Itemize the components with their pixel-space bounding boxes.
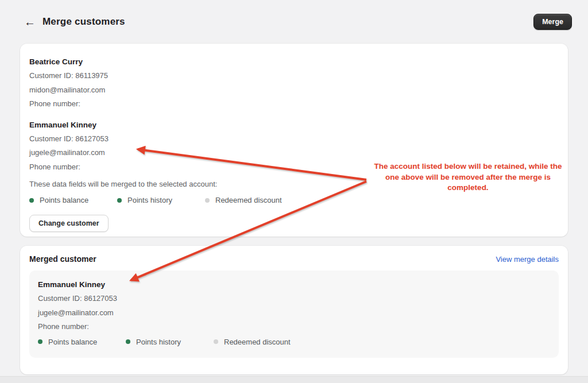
source-customers-card: Beatrice Curry Customer ID: 86113975 mid…: [20, 44, 568, 237]
field-points-balance: Points balance: [38, 338, 126, 346]
customer-id: Customer ID: 86113975: [29, 69, 559, 83]
customer-name: Beatrice Curry: [29, 55, 559, 69]
customer-id: Customer ID: 86127053: [38, 292, 550, 306]
field-label: Points balance: [40, 196, 88, 204]
status-dot-icon: [126, 339, 130, 344]
merged-customer-card: Merged customer View merge details Emman…: [20, 246, 568, 374]
merge-fields-row: Points balance Points history Redeemed d…: [38, 338, 550, 346]
merged-card-title: Merged customer: [29, 254, 96, 264]
page-header: ← Merge customers Merge: [24, 13, 572, 31]
change-customer-button[interactable]: Change customer: [29, 215, 109, 232]
merged-customer-panel: Emmanuel Kinney Customer ID: 86127053 ju…: [29, 270, 559, 358]
status-dot-icon: [117, 198, 122, 203]
window-bottom-edge: [0, 376, 588, 383]
customer-phone-label: Phone number:: [29, 97, 559, 111]
field-label: Points balance: [48, 338, 97, 346]
field-points-history: Points history: [117, 196, 205, 204]
status-dot-icon: [38, 339, 42, 344]
field-label: Redeemed discount: [224, 338, 291, 346]
annotation-text: The account listed below will be retaine…: [368, 161, 568, 194]
customer-name: Emmanuel Kinney: [29, 118, 559, 132]
field-label: Points history: [127, 196, 172, 204]
customer-email: jugele@mailinator.com: [38, 306, 550, 320]
merged-card-header: Merged customer View merge details: [20, 246, 568, 270]
merge-fields-row: Points balance Points history Redeemed d…: [29, 196, 559, 204]
merge-button[interactable]: Merge: [533, 14, 572, 30]
customer-name: Emmanuel Kinney: [38, 277, 550, 292]
customer-email: jugele@mailinator.com: [29, 146, 559, 160]
page-title: Merge customers: [42, 16, 125, 28]
status-dot-icon: [214, 339, 218, 344]
status-dot-icon: [29, 198, 34, 203]
field-label: Redeemed discount: [215, 196, 282, 204]
field-redeemed-discount: Redeemed discount: [205, 196, 282, 204]
view-merge-details-link[interactable]: View merge details: [496, 255, 559, 264]
merge-customers-page: ← Merge customers Merge Beatrice Curry C…: [0, 0, 588, 383]
customer-email: midon@mailinator.com: [29, 83, 559, 98]
customer-phone-label: Phone number:: [38, 320, 550, 334]
field-points-balance: Points balance: [29, 196, 117, 204]
field-redeemed-discount: Redeemed discount: [214, 338, 291, 346]
status-dot-icon: [205, 198, 210, 203]
customer-block-beatrice: Beatrice Curry Customer ID: 86113975 mid…: [29, 55, 559, 111]
field-label: Points history: [136, 338, 181, 346]
customer-id: Customer ID: 86127053: [29, 132, 559, 146]
field-points-history: Points history: [126, 338, 214, 346]
back-arrow-icon[interactable]: ←: [24, 16, 36, 28]
